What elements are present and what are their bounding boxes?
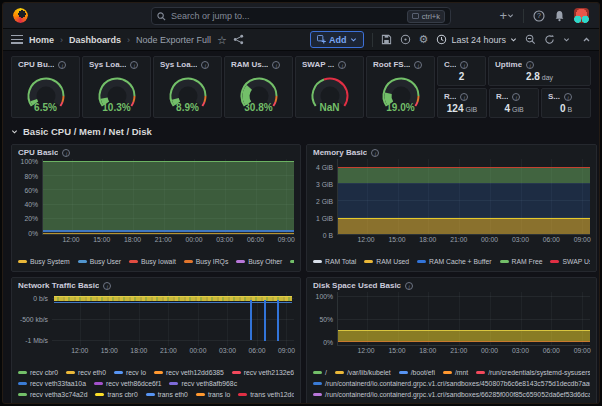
share-icon[interactable] (233, 34, 244, 45)
info-icon[interactable]: i (338, 61, 346, 69)
info-icon[interactable]: i (512, 93, 520, 101)
info-icon[interactable]: i (405, 282, 413, 290)
breadcrumb-separator: › (127, 35, 130, 45)
user-avatar[interactable] (574, 8, 589, 23)
favorite-star-icon[interactable]: ☆ (217, 35, 227, 45)
add-button[interactable]: Add (310, 31, 364, 48)
legend-item[interactable]: Busy Other (236, 258, 282, 265)
legend-item[interactable]: /run/containerd/io.containerd.grpc.v1.cr… (313, 380, 590, 387)
info-icon[interactable]: i (130, 61, 138, 69)
legend-item[interactable]: recv lo (114, 369, 146, 376)
legend-item[interactable]: trans veth12dd6385 (238, 391, 294, 398)
legend-item[interactable]: RAM Used (364, 258, 409, 265)
gauge-title[interactable]: SWAP ... (302, 60, 334, 69)
legend-item[interactable]: recv veth8afb968c (169, 380, 237, 387)
legend-item[interactable]: /var/lib/kubelet (335, 369, 391, 376)
new-menu-button[interactable]: + (499, 10, 514, 22)
save-dashboard-icon[interactable] (381, 34, 392, 45)
legend-item[interactable]: Idle (290, 258, 294, 265)
dashboard-settings-gear-icon[interactable]: ⚙ (419, 34, 429, 45)
gauge-title[interactable]: Sys Loa... (89, 60, 126, 69)
collapse-caret-icon[interactable] (582, 36, 591, 44)
legend-item[interactable]: trans lo (196, 391, 230, 398)
time-range-picker[interactable]: Last 24 hours (436, 34, 517, 45)
legend-item[interactable]: / (313, 369, 327, 376)
search-input[interactable]: Search or jump to... ctrl+k (151, 7, 451, 25)
stat-title[interactable]: S... (548, 92, 560, 101)
info-icon[interactable]: i (62, 149, 70, 157)
refresh-icon[interactable] (544, 34, 555, 45)
gauge-title[interactable]: Sys Loa... (160, 60, 197, 69)
menu-hamburger-icon[interactable] (11, 35, 23, 44)
gauge-title[interactable]: Root FS... (373, 60, 410, 69)
legend-item[interactable]: Busy Iowait (129, 258, 176, 265)
idle-area (43, 161, 294, 230)
help-icon[interactable]: ? (533, 10, 545, 22)
legend-swatch (290, 260, 294, 263)
info-icon[interactable]: i (460, 93, 468, 101)
memory-basic-plot[interactable] (337, 159, 590, 235)
x-axis-label: 09:00 (278, 236, 295, 243)
info-icon[interactable]: i (564, 93, 572, 101)
disk-mnt-line (338, 341, 590, 343)
legend-item[interactable]: SWAP Used (550, 258, 590, 265)
legend-item[interactable]: recv veth33faa10a (18, 380, 86, 387)
legend-item[interactable]: recv veth86dce6f1 (94, 380, 162, 387)
gauge-title[interactable]: RAM Us... (231, 60, 268, 69)
legend-item[interactable]: recv veth2132e6f3 (232, 369, 294, 376)
info-icon[interactable]: i (460, 61, 468, 69)
stat-title[interactable]: Uptime (495, 60, 522, 69)
divider (523, 9, 524, 23)
row-collapse-header[interactable]: Basic CPU / Mem / Net / Disk (11, 124, 591, 139)
legend-item[interactable]: trans cbr0 (95, 391, 137, 398)
network-traffic-plot[interactable] (52, 292, 294, 346)
zoom-out-time-icon[interactable] (525, 34, 536, 45)
disk-space-plot[interactable] (337, 292, 590, 346)
panel-title-cpu-basic[interactable]: CPU Basic (18, 148, 58, 157)
info-icon[interactable]: i (201, 61, 209, 69)
legend-item[interactable]: /run/containerd/io.containerd.grpc.v1.cr… (313, 391, 590, 398)
info-icon[interactable]: i (371, 149, 379, 157)
search-shortcut-badge: ctrl+k (407, 10, 445, 23)
notifications-bell-icon[interactable] (554, 10, 565, 22)
grafana-logo[interactable] (13, 8, 28, 23)
info-icon[interactable]: i (414, 61, 422, 69)
info-icon[interactable]: i (272, 61, 280, 69)
legend-label: /run/credentials/systemd-sysusers.servic (488, 369, 590, 376)
panel-title-memory-basic[interactable]: Memory Basic (313, 148, 367, 157)
y-axis-label: 3 GiB (316, 180, 333, 187)
legend-item[interactable]: /boot/efi (399, 369, 435, 376)
legend-item[interactable]: RAM Total (313, 258, 356, 265)
refresh-interval-chevron[interactable] (563, 36, 570, 43)
stat-title[interactable]: R... (444, 92, 456, 101)
legend-item[interactable]: recv eth0 (66, 369, 106, 376)
legend-item[interactable]: recv vetha3c74a2d (18, 391, 87, 398)
legend-label: trans veth12dd6385 (250, 391, 294, 398)
info-icon[interactable]: i (526, 61, 534, 69)
panel-title-network-traffic[interactable]: Network Traffic Basic (18, 281, 99, 290)
legend-item[interactable]: /run/credentials/systemd-sysusers.servic (476, 369, 590, 376)
breadcrumb-dashboards[interactable]: Dashboards (69, 35, 121, 45)
legend-item[interactable]: Busy User (78, 258, 121, 265)
breadcrumb-home[interactable]: Home (29, 35, 54, 45)
info-icon[interactable]: i (103, 282, 111, 290)
legend-item[interactable]: RAM Free (500, 258, 543, 265)
legend-item[interactable]: Busy IRQs (184, 258, 228, 265)
gauge-title[interactable]: CPU Bu... (18, 60, 54, 69)
panel-title-disk-space[interactable]: Disk Space Used Basic (313, 281, 401, 290)
legend-item[interactable]: RAM Cache + Buffer (417, 258, 491, 265)
legend-item[interactable]: /mnt (443, 369, 468, 376)
stat-title[interactable]: C... (444, 60, 456, 69)
legend-item[interactable]: recv veth12dd6385 (154, 369, 224, 376)
legend-swatch (399, 371, 408, 374)
legend-item[interactable]: trans eth0 (146, 391, 188, 398)
legend-label: /mnt (455, 369, 468, 376)
info-icon[interactable]: i (58, 61, 66, 69)
cpu-basic-plot[interactable] (42, 159, 294, 235)
dashboard-insights-icon[interactable] (400, 34, 411, 45)
legend-item[interactable]: recv cbr0 (18, 369, 58, 376)
stat-title[interactable]: R... (496, 92, 508, 101)
x-axis-label: 15:00 (93, 236, 110, 243)
legend-item[interactable]: Busy System (18, 258, 70, 265)
busy-system-line (43, 233, 294, 235)
